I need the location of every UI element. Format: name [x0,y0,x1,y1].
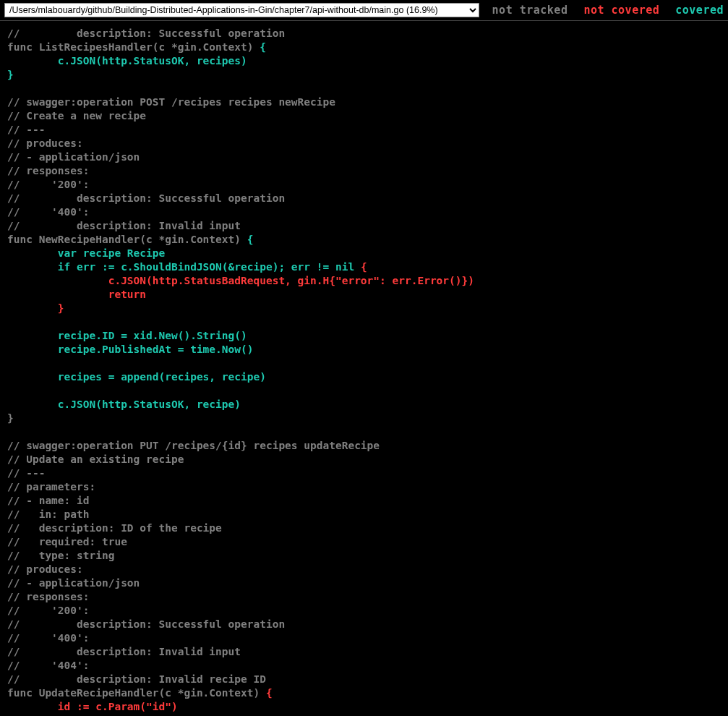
code-line: recipe.PublishedAt = time.Now() [7,344,253,355]
code-line: // --- [7,467,45,479]
code-line: // type: string [7,550,114,561]
code-line: c.JSON(http.StatusOK, recipe) [7,399,241,410]
code-line: // swagger:operation PUT /recipes/{id} r… [7,440,380,451]
code-line: // description: Successful operation [7,618,285,630]
code-line: // in: path [7,508,90,520]
code-line: // - application/json [7,151,140,163]
legend-not-covered: not covered [583,4,659,17]
code-line: // description: Invalid recipe ID [7,673,266,685]
code-line: // - name: id [7,495,90,506]
code-line: func NewRecipeHandler(c *gin.Context) [7,234,247,245]
code-line: recipe.ID = xid.New().String() [7,330,247,341]
code-line: // description: Invalid input [7,220,241,231]
code-line: // --- [7,124,45,135]
legend-not-tracked: not tracked [492,4,568,17]
code-line: c.JSON(http.StatusOK, recipes) [7,55,247,67]
code-line: var recipe Recipe [7,247,165,259]
code-line: // description: Successful operation [7,27,285,39]
code-line: } [7,69,14,80]
code-line: // Update an existing recipe [7,453,184,465]
code-line: // swagger:operation POST /recipes recip… [7,96,335,108]
code-line: // responses: [7,591,90,602]
code-line: } [7,302,64,314]
code-line: // produces: [7,563,83,575]
code-line: id := c.Param("id") [7,701,178,712]
file-selector[interactable]: /Users/mlabouardy/github/Building-Distri… [4,3,479,17]
code-line: // Create a new recipe [7,110,146,122]
code-line: // description: Successful operation [7,192,285,204]
code-line: // '404': [7,660,90,671]
code-line: } [7,412,14,424]
code-line: func UpdateRecipeHandler(c *gin.Context) [7,687,266,699]
code-line: // '400': [7,632,90,644]
code-line: // '200': [7,179,90,190]
code-line: { [260,41,266,53]
code-line: // - application/json [7,577,140,589]
code-line: { [361,261,367,273]
code-line: return [7,289,146,300]
code-line: // produces: [7,137,83,149]
code-line: { [266,687,273,699]
code-viewer: // description: Successful operation fun… [0,21,728,716]
code-line: // responses: [7,165,90,176]
code-line: // '200': [7,605,90,616]
code-line: if err := c.ShouldBindJSON(&recipe); err… [7,261,361,273]
code-line: // description: ID of the recipe [7,522,222,534]
code-line: c.JSON(http.StatusBadRequest, gin.H{"err… [7,275,474,286]
legend-covered: covered [675,4,724,17]
code-line: // parameters: [7,481,95,493]
code-line: // required: true [7,536,127,547]
code-line: recipes = append(recipes, recipe) [7,371,266,383]
code-line: func ListRecipesHandler(c *gin.Context) [7,41,260,53]
code-line: // description: Invalid input [7,646,241,657]
coverage-topbar: /Users/mlabouardy/github/Building-Distri… [0,0,728,21]
legend: not tracked not covered covered [492,4,724,17]
code-line: { [247,234,254,245]
code-line: // '400': [7,206,90,218]
